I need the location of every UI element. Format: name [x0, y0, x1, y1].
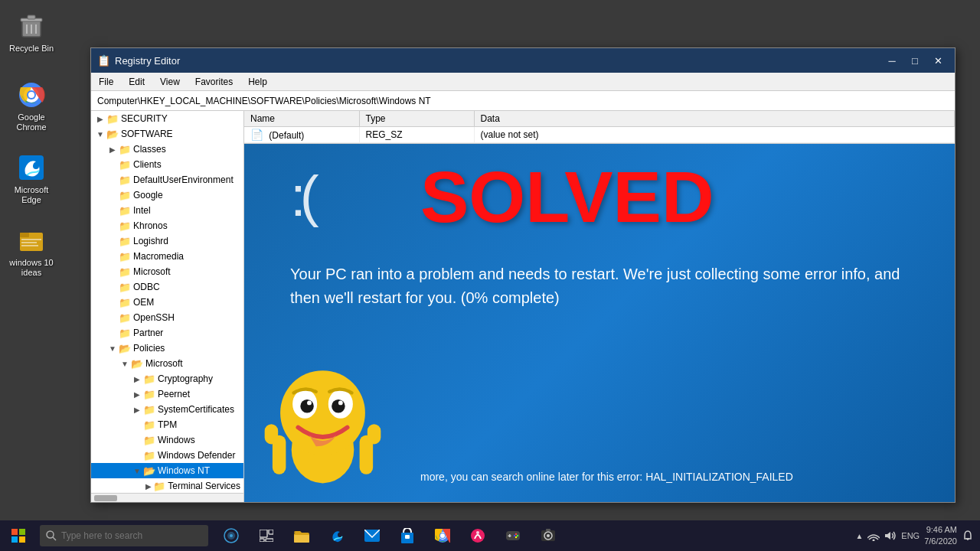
tree-node-systemcerts[interactable]: ▶ 📁 SystemCertificates [91, 402, 243, 417]
node-label: Classes [133, 144, 166, 155]
node-label: Cryptography [158, 373, 213, 384]
tree-node-logishrd[interactable]: 📁 Logishrd [91, 233, 243, 249]
menu-help[interactable]: Help [240, 75, 275, 89]
tree-node-policies[interactable]: ▼ 📂 Policies [91, 341, 243, 356]
title-bar: 📋 Registry Editor ─ □ ✕ [91, 48, 955, 73]
folder-icon: 📁 [119, 159, 131, 171]
registry-table: Name Type Data 📄 (Default) [244, 111, 955, 143]
folder-icon: 📁 [106, 113, 119, 125]
node-label: SystemCertificates [158, 404, 234, 415]
task-view-button[interactable] [250, 520, 283, 551]
tree-node-google[interactable]: 📁 Google [91, 187, 243, 203]
svg-rect-39 [260, 539, 264, 542]
tree-node-windows[interactable]: 📁 Windows [91, 432, 243, 448]
tree-node-tpm[interactable]: 📁 TPM [91, 417, 243, 432]
xbox-button[interactable] [531, 520, 565, 551]
taskbar: ▲ ENG 9:46 AM 7/6/2020 [0, 520, 980, 551]
svg-point-32 [47, 531, 54, 538]
file-explorer-button[interactable] [285, 520, 318, 551]
menu-file[interactable]: File [91, 75, 121, 89]
expand-icon [106, 281, 119, 293]
svg-point-36 [230, 534, 233, 537]
menu-view[interactable]: View [152, 75, 188, 89]
emoji-container [256, 353, 390, 502]
desktop-icon-recycle-bin[interactable]: Recycle Bin [4, 8, 59, 57]
expand-icon [106, 311, 119, 324]
tree-node-partner[interactable]: 📁 Partner [91, 325, 243, 341]
tree-node-windefender[interactable]: 📁 Windows Defender [91, 448, 243, 463]
tree-node-defaultuserenv[interactable]: 📁 DefaultUserEnvironment [91, 172, 243, 187]
svg-point-58 [515, 536, 517, 538]
desktop-icon-windows-ideas[interactable]: windows 10 ideas [4, 222, 59, 281]
menu-favorites[interactable]: Favorites [188, 75, 240, 89]
desktop-icon-edge[interactable]: MicrosoftEdge [4, 149, 59, 208]
registry-tree: ▶ 📁 SECURITY ▼ 📂 SOFTWARE ▶ 📁 Cla [91, 111, 244, 493]
tree-node-oem[interactable]: 📁 OEM [91, 295, 243, 310]
tree-node-clients[interactable]: 📁 Clients [91, 157, 243, 172]
bsod-overlay-container: :( SOLVED Your PC ran into a problem and… [244, 144, 955, 502]
taskbar-clock[interactable]: 9:46 AM 7/6/2020 [924, 524, 957, 548]
emoji-svg [256, 353, 390, 502]
svg-rect-2 [28, 15, 35, 19]
tree-node-microsoft-soft[interactable]: 📁 Microsoft [91, 264, 243, 279]
bsod-image: :( SOLVED Your PC ran into a problem and… [244, 144, 955, 502]
tray-expand-icon[interactable]: ▲ [855, 532, 863, 540]
svg-rect-15 [21, 245, 38, 246]
close-button[interactable]: ✕ [927, 53, 949, 68]
tree-node-windowsnt[interactable]: ▼ 📂 Windows NT [91, 463, 243, 478]
tree-node-policies-microsoft[interactable]: ▼ 📂 Microsoft [91, 356, 243, 371]
svg-point-63 [873, 540, 875, 542]
taskbar-search-box[interactable] [40, 525, 208, 546]
svg-rect-54 [508, 536, 511, 537]
tree-node-intel[interactable]: 📁 Intel [91, 203, 243, 218]
volume-icon[interactable] [884, 530, 897, 541]
menu-edit[interactable]: Edit [121, 75, 152, 89]
tree-node-openssh[interactable]: 📁 OpenSSH [91, 310, 243, 325]
language-indicator[interactable]: ENG [901, 531, 920, 540]
tree-node-software[interactable]: ▼ 📂 SOFTWARE [91, 126, 243, 142]
node-label: Macromedia [133, 251, 184, 262]
tree-node-peernet[interactable]: ▶ 📁 Peernet [91, 386, 243, 402]
folder-icon: 📁 [143, 404, 155, 416]
tree-node-classes[interactable]: ▶ 📁 Classes [91, 142, 243, 157]
cortana-button[interactable] [214, 520, 248, 551]
desktop-icon-chrome[interactable]: Google Chrome [4, 77, 59, 135]
folder-icon: 📁 [143, 419, 155, 431]
col-header-name: Name [244, 111, 359, 127]
tree-node-khronos[interactable]: 📁 Khronos [91, 218, 243, 233]
window-title: Registry Editor [115, 55, 881, 67]
content-area: ▶ 📁 SECURITY ▼ 📂 SOFTWARE ▶ 📁 Cla [91, 111, 955, 502]
game-button[interactable] [496, 520, 530, 551]
tree-node-macromedia[interactable]: 📁 Macromedia [91, 249, 243, 264]
svg-point-49 [440, 533, 445, 538]
start-button[interactable] [0, 520, 37, 551]
tree-node-security[interactable]: ▶ 📁 SECURITY [91, 111, 243, 126]
mail-button[interactable] [355, 520, 389, 551]
maximize-button[interactable]: □ [904, 53, 926, 68]
registry-row[interactable]: 📄 (Default) REG_SZ (value not set) [244, 127, 955, 143]
search-input[interactable] [61, 530, 199, 541]
minimize-button[interactable]: ─ [881, 53, 903, 68]
node-label: DefaultUserEnvironment [133, 174, 234, 185]
paint-button[interactable] [461, 520, 495, 551]
node-label: TPM [158, 419, 177, 430]
svg-rect-28 [11, 529, 18, 535]
folder-icon: 📁 [119, 236, 131, 247]
svg-rect-40 [266, 539, 273, 542]
store-button[interactable] [390, 520, 424, 551]
network-icon[interactable] [867, 530, 880, 541]
svg-rect-62 [546, 529, 550, 531]
folder-icon: 📁 [119, 220, 131, 232]
clock-date: 7/6/2020 [924, 536, 957, 547]
node-label: Khronos [133, 220, 168, 231]
node-label: Google [133, 190, 163, 201]
notification-icon[interactable] [962, 530, 974, 542]
edge-taskbar-button[interactable] [320, 520, 354, 551]
folder-icon: 📁 [119, 312, 131, 324]
tree-node-cryptography[interactable]: ▶ 📁 Cryptography [91, 371, 243, 386]
tree-node-odbc[interactable]: 📁 ODBC [91, 279, 243, 295]
svg-line-33 [53, 537, 56, 540]
tree-hscroll[interactable] [91, 493, 243, 502]
chrome-taskbar-button[interactable] [426, 520, 459, 551]
tree-node-termservices[interactable]: ▶ 📁 Terminal Services [91, 478, 243, 493]
